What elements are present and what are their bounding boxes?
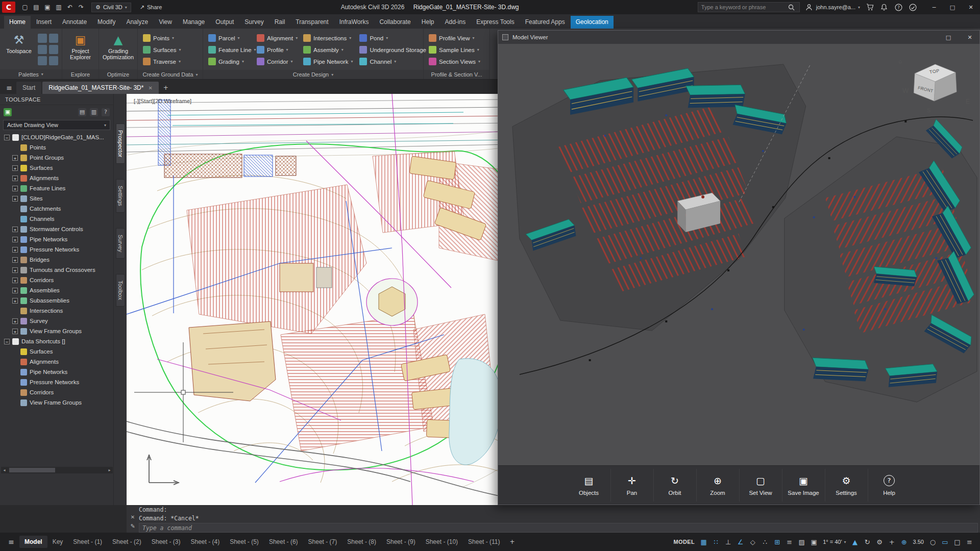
tab-insert[interactable]: Insert (31, 16, 57, 29)
tree-expander-icon[interactable]: − (4, 339, 10, 344)
points-button[interactable]: Points ▾ (141, 32, 182, 44)
pond-button[interactable]: Pond ▾ (358, 32, 428, 44)
lineweight-icon[interactable]: ≡ (785, 538, 794, 546)
underground-storage-button[interactable]: Underground Storage ▾ (358, 44, 428, 56)
hamburger-icon[interactable]: ≡ (4, 536, 18, 548)
civil3d-logo[interactable]: C (2, 2, 15, 13)
intersections-button[interactable]: Intersections ▾ (302, 32, 354, 44)
panel-label-palettes[interactable]: Palettes▾ (0, 69, 62, 79)
tab-help[interactable]: Help (416, 16, 439, 29)
help-button[interactable]: ? Help (868, 469, 911, 502)
tree-item[interactable]: + Surfaces (0, 163, 113, 173)
parcel-button[interactable]: Parcel ▾ (207, 32, 252, 44)
panel-label-explore[interactable]: Explore (62, 69, 99, 79)
scroll-left-icon[interactable]: ◂ (1, 468, 8, 472)
tree-item[interactable]: + Pressure Networks (0, 244, 113, 255)
close-tab-icon[interactable]: ✕ (148, 85, 152, 91)
tree-item[interactable]: + Corridors (0, 275, 113, 285)
tree-expander-icon[interactable]: + (12, 278, 18, 283)
scrollbar-thumb[interactable] (9, 468, 55, 472)
tree-expander-icon[interactable]: + (12, 237, 18, 242)
grid-icon[interactable]: ▦ (699, 538, 708, 546)
tree-item[interactable]: + Assemblies (0, 285, 113, 295)
profile-button[interactable]: Profile ▾ (255, 44, 298, 56)
pan-button[interactable]: ✛ Pan (610, 469, 653, 502)
command-input[interactable]: Type a command (139, 523, 978, 533)
minimize-button[interactable]: ─ (925, 0, 943, 14)
tree-item[interactable]: + Stormwater Controls (0, 224, 113, 234)
tab-start[interactable]: Start (16, 82, 41, 94)
item-view-icon[interactable]: ▤ (78, 108, 86, 116)
status-value[interactable]: 3.50 (913, 539, 924, 545)
new-tab-button[interactable]: + (160, 82, 172, 94)
search-box[interactable] (698, 2, 800, 12)
channel-button[interactable]: Channel ▾ (358, 56, 428, 67)
tree-expander-icon[interactable]: + (12, 247, 18, 253)
view-selector-dropdown[interactable]: Active Drawing View ▾ (3, 120, 110, 130)
tree-item[interactable]: + Sites (0, 193, 113, 204)
settings-button[interactable]: ⚙ Settings (825, 469, 868, 502)
workspace-selector[interactable]: ⚙ Civil 3D ▾ (91, 3, 131, 12)
tab-rail[interactable]: Rail (270, 16, 290, 29)
tree-item[interactable]: + Feature Lines (0, 183, 113, 193)
save-icon[interactable]: ▣ (42, 4, 53, 11)
tree-expander-icon[interactable] (12, 216, 18, 222)
tab-prospector[interactable]: Prospector (116, 123, 125, 164)
tree-expander-icon[interactable]: + (12, 196, 18, 202)
tree-expander-icon[interactable]: + (12, 318, 18, 324)
panel-label-sections[interactable]: Profile & Section V... (424, 70, 489, 79)
traverse-button[interactable]: Traverse ▾ (141, 56, 182, 67)
new-layout-button[interactable]: + (506, 536, 519, 548)
tree-item[interactable]: + Turnouts and Crossovers (0, 265, 113, 275)
layer-palette-icon[interactable] (38, 56, 47, 65)
layout-tab[interactable]: Sheet - (4) (185, 536, 225, 548)
account-button[interactable]: john.sayre@a... ▾ (804, 3, 860, 12)
tree-item[interactable]: + Alignments (0, 173, 113, 183)
workspace-switch-icon[interactable]: ⚙ (875, 538, 884, 546)
graphics-performance-icon[interactable]: ▭ (941, 538, 949, 546)
sheet-set-icon[interactable] (38, 45, 47, 54)
tab-annotate[interactable]: Annotate (57, 16, 92, 29)
tab-view[interactable]: View (154, 16, 177, 29)
tree-expander-icon[interactable]: + (12, 298, 18, 304)
tab-home[interactable]: Home (4, 16, 31, 29)
tab-toolbox[interactable]: Toolbox (116, 274, 125, 307)
tree-item[interactable]: Alignments (0, 357, 113, 367)
polar-tracking-icon[interactable]: ∠ (736, 538, 745, 546)
selection-cycling-icon[interactable]: ▣ (810, 538, 818, 546)
tab-addins[interactable]: Add-ins (439, 16, 471, 29)
tree-item[interactable]: Catchments (0, 204, 113, 214)
annotation-visibility-icon[interactable]: ▲ (851, 538, 860, 546)
tree-item[interactable]: + Subassemblies (0, 295, 113, 306)
tree-item[interactable]: + View Frame Groups (0, 326, 113, 336)
viewcube-west-label[interactable]: W (902, 87, 909, 94)
tree-expander-icon[interactable]: + (12, 257, 18, 263)
corridor-button[interactable]: Corridor ▾ (255, 56, 298, 67)
help-icon[interactable]: ? (894, 3, 903, 12)
osnap-tracking-icon[interactable]: ∴ (761, 538, 769, 546)
objects-button[interactable]: ▤ Objects (568, 469, 610, 502)
panel-label-ground[interactable]: Create Ground Data▾ (138, 70, 203, 79)
model-space-toggle[interactable]: MODEL (673, 539, 695, 545)
annotation-scale-widget[interactable]: 1° = 40' ▾ (823, 539, 846, 545)
xref-palette-icon[interactable] (49, 56, 58, 65)
cart-icon[interactable] (865, 3, 874, 12)
tab-drawing[interactable]: RidgeGate_01_MASTER-Site- 3D* ✕ (42, 82, 158, 94)
tab-express-tools[interactable]: Express Tools (471, 16, 519, 29)
tree-item[interactable]: Pipe Networks (0, 367, 113, 377)
grading-optimization-button[interactable]: ▲ Grading Optimization (103, 31, 134, 68)
tree-expander-icon[interactable] (12, 308, 18, 314)
tree-item[interactable]: − Data Shortcuts [] (0, 336, 113, 346)
layout-tab[interactable]: Sheet - (6) (264, 536, 303, 548)
section-views-button[interactable]: Section Views ▾ (427, 56, 482, 67)
profile-view-button[interactable]: Profile View ▾ (427, 32, 482, 44)
tree-expander-icon[interactable]: + (12, 176, 18, 181)
tab-manage[interactable]: Manage (178, 16, 210, 29)
toolspace-hscrollbar[interactable]: ◂ ▸ (1, 467, 113, 473)
scroll-right-icon[interactable]: ▸ (106, 468, 113, 472)
panorama-help-icon[interactable]: ? (102, 108, 110, 116)
undo-icon[interactable]: ↶ (64, 4, 76, 11)
layout-tab[interactable]: Sheet - (1) (68, 536, 107, 548)
isolate-objects-icon[interactable]: ○ (928, 538, 937, 546)
layout-tab[interactable]: Sheet - (5) (225, 536, 264, 548)
